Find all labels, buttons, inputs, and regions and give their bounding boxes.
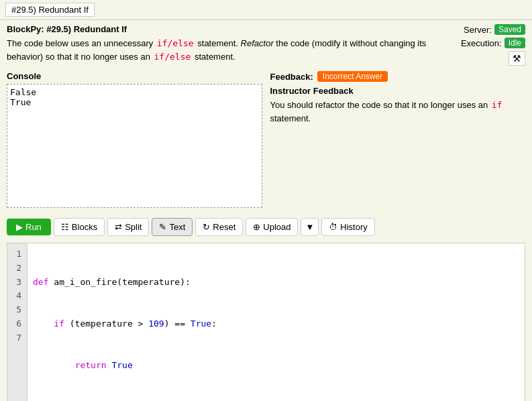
problem-title: BlockPy: #29.5) Redundant If [7,24,447,34]
inst-text1: You should refactor the code so that it … [270,100,490,110]
history-button[interactable]: ⏱ History [321,218,374,236]
feedback-panel: Feedback: Incorrect Answer Instructor Fe… [270,71,526,210]
text-label: Text [169,222,185,232]
feedback-header: Feedback: Incorrect Answer [270,71,526,82]
line-num-3: 3 [10,276,24,290]
top-bar: #29.5) Redundant If [0,0,532,20]
line-num-7: 7 [10,331,24,345]
blocks-button[interactable]: ☷ Blocks [54,218,105,236]
desc-part2: statement. [195,38,241,48]
code-line-1: def am_i_on_fire(temperature): [33,276,519,290]
settings-button[interactable]: ⚒ [509,51,525,66]
problem-title-text: #29.5) Redundant If [11,5,89,15]
history-label: History [340,222,367,232]
more-button[interactable]: ▼ [301,218,319,236]
console-panel: Console False True [7,71,262,210]
code-content[interactable]: def am_i_on_fire(temperature): if (tempe… [28,243,525,401]
desc-part4: statement. [192,52,235,62]
history-icon: ⏱ [329,222,337,232]
split-icon: ⇄ [115,222,122,232]
problem-desc-text: The code below uses an unnecessary if/el… [7,37,447,63]
upload-label: Upload [263,222,290,232]
line-num-2: 2 [10,262,24,276]
code-editor[interactable]: 1 2 3 4 5 6 7 def am_i_on_fire(temperatu… [7,243,525,401]
run-icon: ▶ [16,222,23,232]
console-textarea[interactable]: False True [7,84,262,208]
feedback-label: Feedback: [270,72,313,82]
desc-keyword2: if/else [153,52,193,62]
server-status-row: Server: Saved [464,24,525,35]
text-button[interactable]: ✎ Text [152,218,193,236]
upload-icon: ⊕ [253,222,260,232]
toolbar: ▶ Run ☷ Blocks ⇄ Split ✎ Text ↻ Reset ⊕ … [7,215,525,239]
reset-label: Reset [213,222,235,232]
desc-part1: The code below uses an unnecessary [7,38,156,48]
server-label: Server: [464,25,492,35]
line-num-6: 6 [10,317,24,331]
inst-if-code: if [490,100,504,110]
code-line-3: return True [33,359,519,373]
feedback-badge: Incorrect Answer [317,71,388,82]
execution-label: Execution: [461,38,502,48]
line-num-5: 5 [10,303,24,317]
reset-icon: ↻ [203,222,210,232]
code-line-2: if (temperature > 109) == True: [33,317,519,331]
line-numbers: 1 2 3 4 5 6 7 [7,243,28,401]
instructor-feedback-title: Instructor Feedback [270,86,526,96]
split-button[interactable]: ⇄ Split [107,218,149,236]
run-button[interactable]: ▶ Run [7,219,51,235]
line-num-1: 1 [10,247,24,262]
blocks-icon: ☷ [61,222,69,232]
problem-status: Server: Saved Execution: Idle ⚒ [461,24,525,66]
text-icon: ✎ [159,222,166,232]
execution-status-row: Execution: Idle [461,38,525,48]
server-badge: Saved [494,24,525,35]
desc-italic: Refactor [241,38,274,48]
split-label: Split [125,222,142,232]
desc-keyword1: if/else [156,38,195,48]
inst-text2: statement. [270,113,311,123]
main-area: BlockPy: #29.5) Redundant If The code be… [0,20,532,401]
run-label: Run [25,222,42,232]
line-num-4: 4 [10,289,24,303]
problem-title-dropdown[interactable]: #29.5) Redundant If [5,3,95,17]
execution-badge: Idle [504,38,525,48]
console-feedback-row: Console False True Feedback: Incorrect A… [7,71,525,210]
blocks-label: Blocks [72,222,97,232]
problem-header: BlockPy: #29.5) Redundant If The code be… [7,24,525,66]
instructor-feedback-text: You should refactor the code so that it … [270,99,526,125]
problem-description: BlockPy: #29.5) Redundant If The code be… [7,24,447,63]
console-label: Console [7,71,262,81]
reset-button[interactable]: ↻ Reset [195,218,243,236]
upload-button[interactable]: ⊕ Upload [246,218,298,236]
